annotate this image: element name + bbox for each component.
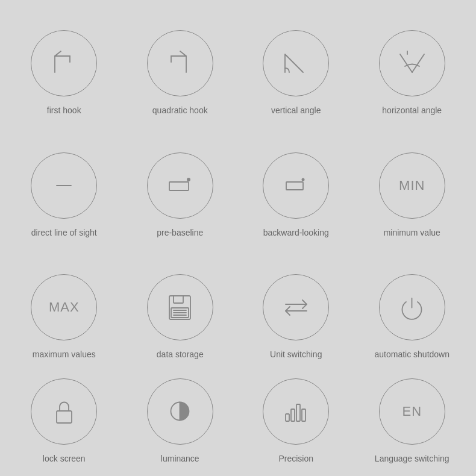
circle-pre-baseline — [147, 152, 213, 219]
automatic-shutdown-label: automatic shutdown — [374, 349, 449, 360]
cell-pre-baseline: pre-baseline — [122, 134, 239, 257]
vertical-angle-label: vertical angle — [271, 105, 321, 116]
circle-maximum-values: MAX — [31, 274, 97, 340]
svg-point-9 — [187, 178, 190, 181]
cell-automatic-shutdown: automatic shutdown — [354, 256, 471, 378]
svg-rect-26 — [302, 409, 305, 421]
icon-grid: first hook quadratic hook vertical angle — [0, 0, 476, 476]
language-switching-icon: EN — [402, 404, 422, 419]
cell-vertical-angle: vertical angle — [238, 12, 354, 134]
data-storage-icon — [163, 291, 196, 324]
svg-line-2 — [180, 51, 186, 56]
svg-rect-25 — [296, 404, 300, 421]
vertical-angle-icon — [278, 45, 314, 81]
circle-quadratic-hook — [147, 30, 213, 96]
circle-language-switching: EN — [379, 378, 445, 445]
unit-switching-icon — [280, 291, 313, 324]
circle-first-hook — [31, 30, 97, 96]
cell-direct-line-of-sight: direct line of sight — [6, 134, 122, 257]
minimum-value-label: minimum value — [384, 227, 440, 238]
circle-luminance — [147, 378, 213, 445]
quadratic-hook-icon — [162, 45, 198, 81]
cell-first-hook: first hook — [6, 12, 122, 134]
cell-quadratic-hook: quadratic hook — [122, 12, 239, 134]
circle-unit-switching — [263, 274, 329, 340]
cell-precision: Precision — [238, 378, 354, 464]
first-hook-icon — [46, 45, 82, 81]
cell-horizontal-angle: horizontal angle — [354, 12, 471, 134]
circle-direct-line-of-sight — [31, 152, 97, 219]
first-hook-label: first hook — [47, 105, 81, 116]
backward-looking-label: backward-looking — [263, 227, 329, 238]
cell-data-storage: data storage — [122, 256, 239, 378]
quadratic-hook-label: quadratic hook — [152, 105, 208, 116]
cell-unit-switching: Unit switching — [238, 256, 354, 378]
pre-baseline-icon — [162, 168, 198, 204]
minimum-value-icon: MIN — [399, 178, 425, 193]
unit-switching-label: Unit switching — [270, 349, 322, 360]
cell-maximum-values: MAX maximum values — [6, 256, 122, 378]
luminance-label: luminance — [161, 453, 199, 464]
cell-language-switching: EN Language switching — [354, 378, 471, 464]
data-storage-label: data storage — [157, 349, 204, 360]
luminance-icon — [163, 395, 196, 428]
svg-rect-23 — [286, 414, 289, 421]
circle-horizontal-angle — [379, 30, 445, 96]
lock-screen-icon — [48, 395, 81, 428]
language-switching-label: Language switching — [375, 453, 449, 464]
horizontal-angle-label: horizontal angle — [382, 105, 442, 116]
svg-rect-10 — [286, 182, 303, 190]
circle-precision — [263, 378, 329, 445]
automatic-shutdown-icon — [395, 291, 428, 324]
direct-line-of-sight-label: direct line of sight — [31, 227, 97, 238]
svg-line-4 — [400, 54, 412, 72]
cell-luminance: luminance — [122, 378, 239, 464]
circle-automatic-shutdown — [379, 274, 445, 340]
svg-rect-20 — [57, 411, 72, 423]
svg-point-11 — [302, 178, 305, 181]
direct-line-of-sight-icon — [46, 168, 82, 204]
circle-vertical-angle — [263, 30, 329, 96]
svg-rect-13 — [174, 296, 183, 303]
lock-screen-label: lock screen — [43, 453, 86, 464]
cell-lock-screen: lock screen — [6, 378, 122, 464]
backward-looking-icon — [278, 168, 314, 204]
pre-baseline-label: pre-baseline — [157, 227, 203, 238]
svg-line-0 — [55, 51, 61, 56]
precision-label: Precision — [278, 453, 313, 464]
cell-minimum-value: MIN minimum value — [354, 134, 471, 257]
svg-rect-8 — [169, 182, 189, 190]
svg-line-5 — [412, 54, 424, 72]
circle-lock-screen — [31, 378, 97, 445]
maximum-values-icon: MAX — [49, 299, 80, 315]
svg-rect-24 — [291, 409, 295, 421]
circle-data-storage — [147, 274, 213, 340]
maximum-values-label: maximum values — [33, 349, 96, 360]
cell-backward-looking: backward-looking — [238, 134, 354, 257]
precision-icon — [280, 395, 313, 428]
circle-backward-looking — [263, 152, 329, 219]
horizontal-angle-icon — [394, 45, 430, 81]
circle-minimum-value: MIN — [379, 152, 445, 219]
